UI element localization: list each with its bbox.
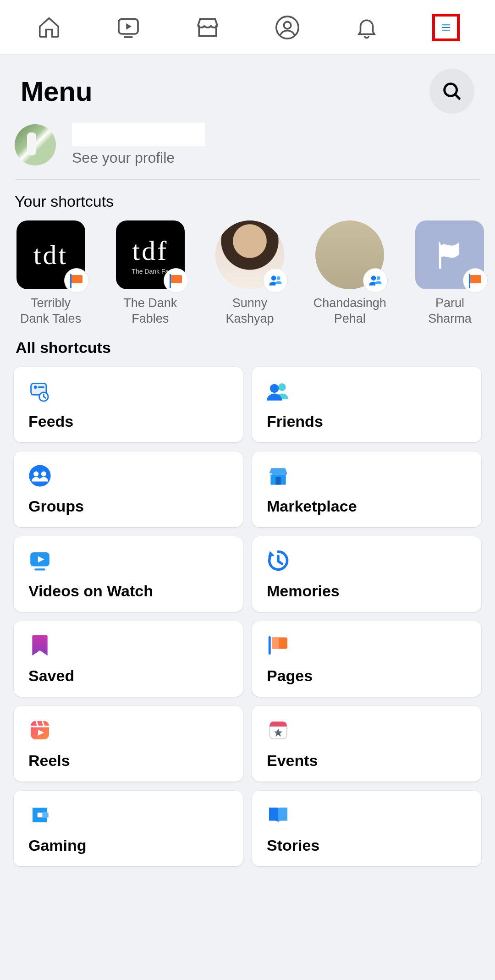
card-saved[interactable]: Saved [14,621,243,697]
friends-icon [267,380,290,402]
profile-outline-icon [274,14,301,41]
gaming-icon [28,804,51,826]
shortcut-thumb-sub: The Dank Fa [132,268,169,275]
reels-icon [28,719,51,742]
all-shortcuts-heading: All shortcuts [0,332,495,367]
svg-point-10 [34,385,37,389]
card-label: Marketplace [267,497,467,515]
search-icon [441,81,462,102]
feeds-icon [28,380,51,402]
hamburger-icon [441,17,451,38]
all-shortcuts-grid: Feeds Friends Groups Marketplace Videos … [0,367,495,880]
card-label: Stories [267,837,467,854]
card-label: Groups [28,497,228,515]
shortcut-thumb [215,220,284,289]
page-badge [463,268,488,293]
nav-menu[interactable] [432,14,460,41]
nav-profile[interactable] [274,14,301,41]
shortcut-item[interactable]: Chandasingh Pehal [314,220,386,327]
shortcut-thumb: tdf The Dank Fa [116,220,185,289]
shortcut-thumb-text: tdf [132,235,169,267]
card-label: Pages [267,667,467,685]
card-memories[interactable]: Memories [252,536,481,612]
svg-point-14 [270,384,279,392]
nav-notifications[interactable] [353,14,380,41]
shortcut-thumb: tdt [16,220,85,289]
card-gaming[interactable]: Gaming [14,791,243,866]
svg-rect-27 [42,812,48,817]
card-label: Friends [267,413,467,430]
card-events[interactable]: Events [252,706,481,782]
avatar [15,124,56,165]
profile-link[interactable]: See your profile [0,123,495,179]
groups-icon [28,464,51,487]
card-label: Videos on Watch [28,582,228,600]
card-label: Events [267,752,467,770]
bell-icon [354,15,379,40]
flag-icon [70,275,83,286]
profile-text: See your profile [72,123,205,166]
page-header: Menu [0,55,495,123]
page-badge [64,268,89,293]
svg-point-15 [29,465,50,486]
shortcut-item[interactable]: tdf The Dank Fa The Dank Fables [114,220,186,327]
shortcut-item[interactable]: tdt Terribly Dank Tales [15,220,87,327]
svg-rect-22 [31,721,49,739]
flag-icon [170,275,182,286]
card-reels[interactable]: Reels [14,706,243,782]
svg-point-3 [284,22,291,28]
svg-line-8 [455,94,460,99]
card-pages[interactable]: Pages [252,621,481,697]
card-friends[interactable]: Friends [252,367,481,442]
group-badge [363,268,388,293]
shortcut-label: Terribly Dank Tales [15,296,87,327]
nav-watch[interactable] [115,14,142,41]
memories-icon [267,549,290,572]
group-icon [368,273,383,288]
shortcut-thumb [315,220,384,289]
flag-icon [469,275,482,286]
marketplace-icon [195,15,220,40]
profile-name-redacted [72,123,205,146]
flag-white-icon [431,237,468,273]
svg-rect-21 [269,636,271,655]
watch-icon [28,549,51,572]
nav-home[interactable] [35,14,63,41]
nav-marketplace[interactable] [194,14,221,41]
group-badge [263,268,288,293]
card-label: Memories [267,582,467,600]
shortcut-strip: tdt Terribly Dank Tales tdf The Dank Fa … [0,220,495,332]
card-label: Gaming [28,837,228,854]
card-marketplace[interactable]: Marketplace [252,451,481,527]
shortcut-item[interactable]: Parul Sharma [414,220,486,327]
card-label: Feeds [28,413,228,430]
events-icon [267,719,290,742]
saved-icon [28,634,51,657]
shortcut-label: The Dank Fables [114,296,186,327]
card-feeds[interactable]: Feeds [14,367,243,442]
card-label: Saved [28,667,228,685]
group-icon [268,273,283,288]
watch-icon [116,15,141,40]
stories-icon [267,804,290,826]
shortcut-thumb [415,220,484,289]
shortcut-label: Sunny Kashyap [214,296,286,327]
home-icon [37,15,61,40]
page-badge [164,268,188,293]
top-nav [0,0,495,55]
page-title: Menu [21,76,93,107]
card-groups[interactable]: Groups [14,451,243,527]
svg-rect-18 [275,477,280,484]
search-button[interactable] [429,69,474,114]
svg-point-16 [33,471,38,476]
svg-point-2 [276,16,298,38]
shortcut-label: Chandasingh Pehal [314,296,386,327]
profile-subtitle: See your profile [72,149,205,166]
shortcut-thumb-text: tdt [33,239,68,271]
pages-icon [267,634,290,657]
card-stories[interactable]: Stories [252,791,481,866]
svg-point-13 [278,383,286,391]
card-label: Reels [28,752,228,770]
shortcut-item[interactable]: Sunny Kashyap [214,220,286,327]
card-videos-on-watch[interactable]: Videos on Watch [14,536,243,612]
